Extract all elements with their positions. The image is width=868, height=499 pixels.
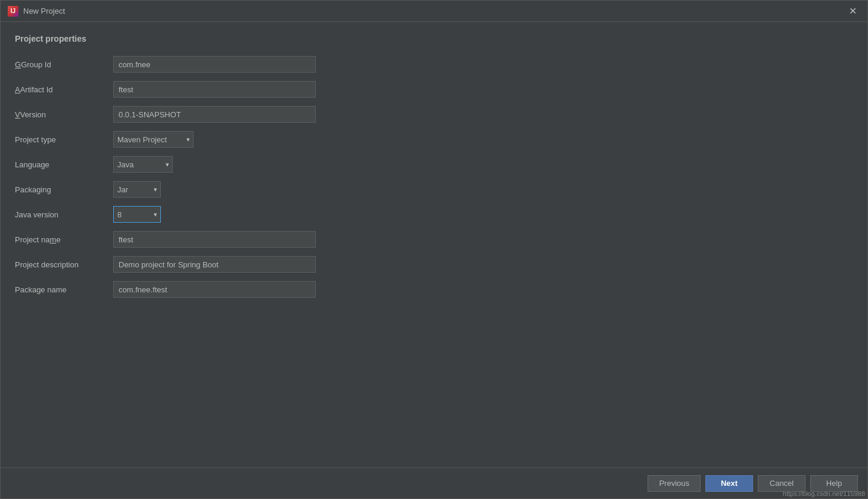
project-type-select[interactable]: Maven Project Gradle Project: [113, 131, 194, 148]
java-version-row: Java version 8 11 17 21: [15, 205, 853, 223]
project-type-label: Project type: [15, 135, 113, 144]
project-type-row: Project type Maven Project Gradle Projec…: [15, 130, 853, 148]
new-project-dialog: IJ New Project ✕ Project properties GGro…: [0, 0, 868, 499]
language-label: Language: [15, 160, 113, 169]
version-input[interactable]: [113, 106, 316, 123]
version-row: VVersion: [15, 105, 853, 123]
project-name-row: Project name: [15, 230, 853, 248]
language-select[interactable]: Java Kotlin Groovy: [113, 156, 173, 173]
java-version-label: Java version: [15, 210, 113, 219]
project-description-label: Project description: [15, 260, 113, 269]
app-logo-icon: IJ: [8, 6, 18, 17]
cancel-button[interactable]: Cancel: [758, 475, 805, 492]
project-name-label: Project name: [15, 235, 113, 244]
java-version-select-wrapper: 8 11 17 21: [113, 206, 161, 223]
artifact-id-input[interactable]: [113, 81, 316, 98]
artifact-id-row: AArtifact Id: [15, 80, 853, 98]
version-label: VVersion: [15, 110, 113, 119]
help-button[interactable]: Help: [810, 475, 858, 492]
packaging-select-wrapper: Jar War: [113, 181, 161, 198]
packaging-label: Packaging: [15, 185, 113, 194]
dialog-footer: Previous Next Cancel Help https://blog.c…: [1, 467, 867, 498]
previous-button[interactable]: Previous: [648, 475, 701, 492]
language-select-wrapper: Java Kotlin Groovy: [113, 156, 173, 173]
project-type-select-wrapper: Maven Project Gradle Project: [113, 131, 194, 148]
group-id-label: GGroup Id: [15, 60, 113, 69]
next-button[interactable]: Next: [705, 475, 753, 492]
dialog-content: Project properties GGroup Id AArtifact I…: [1, 22, 867, 467]
packaging-row: Packaging Jar War: [15, 180, 853, 198]
section-title: Project properties: [15, 34, 853, 43]
title-bar: IJ New Project ✕: [1, 1, 867, 22]
title-bar-left: IJ New Project: [8, 6, 65, 17]
project-description-row: Project description: [15, 255, 853, 273]
packaging-select[interactable]: Jar War: [113, 181, 161, 198]
artifact-id-label: AArtifact Id: [15, 85, 113, 94]
package-name-input[interactable]: [113, 281, 316, 298]
form-container: GGroup Id AArtifact Id VVersion Pr: [15, 55, 853, 305]
project-name-input[interactable]: [113, 231, 316, 248]
close-button[interactable]: ✕: [845, 5, 860, 17]
group-id-input[interactable]: [113, 56, 316, 73]
status-url: https://blog.csdn.net/115988: [783, 490, 865, 497]
language-row: Language Java Kotlin Groovy: [15, 155, 853, 173]
group-id-row: GGroup Id: [15, 55, 853, 73]
package-name-label: Package name: [15, 285, 113, 294]
java-version-select[interactable]: 8 11 17 21: [113, 206, 161, 223]
package-name-row: Package name: [15, 280, 853, 298]
window-title: New Project: [23, 7, 65, 15]
project-description-input[interactable]: [113, 256, 316, 273]
